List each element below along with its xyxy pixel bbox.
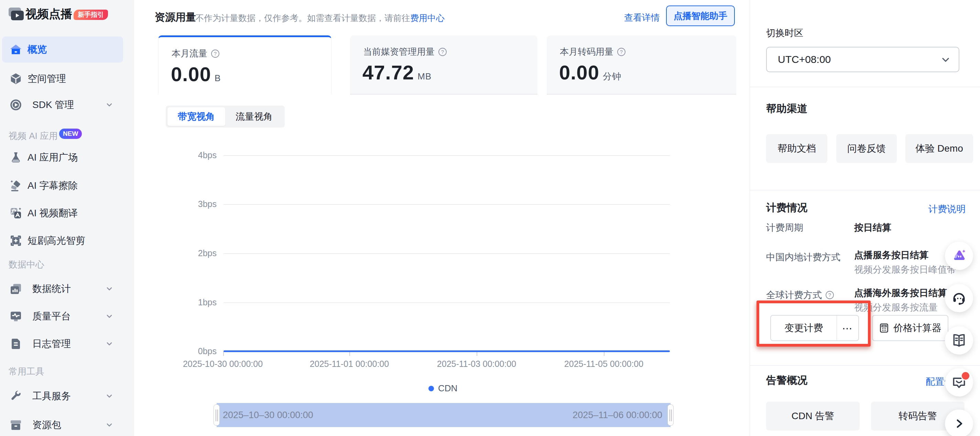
sidebar-item-label: 资源包 bbox=[32, 418, 61, 431]
home-icon bbox=[10, 43, 22, 56]
card-unit: B bbox=[215, 73, 221, 83]
panel-divider bbox=[749, 0, 750, 436]
usage-card-traffic[interactable]: 本月流量 ? 0.00B bbox=[158, 35, 331, 95]
billing-center-link[interactable]: 费用中心 bbox=[410, 13, 445, 23]
sidebar-item-label: 空间管理 bbox=[27, 72, 66, 85]
card-label: 当前媒资管理用量 bbox=[363, 46, 434, 58]
chevron-down-icon bbox=[105, 285, 113, 293]
sidebar-item-label: AI 字幕擦除 bbox=[27, 179, 78, 192]
range-end-label: 2025–11–06 00:00:00 bbox=[573, 410, 662, 420]
feedback-message-float-button[interactable] bbox=[945, 368, 973, 396]
card-value: 0.00 bbox=[559, 61, 599, 84]
gridline bbox=[224, 302, 670, 303]
help-icon[interactable]: ? bbox=[825, 291, 834, 299]
vod-assistant-button[interactable]: 点播智能助手 bbox=[666, 5, 735, 26]
billing-row-label: 计费周期 bbox=[766, 221, 803, 234]
tab-traffic-view[interactable]: 流量视角 bbox=[225, 107, 283, 126]
survey-feedback-button[interactable]: 问卷反馈 bbox=[836, 134, 897, 163]
date-range-slider[interactable]: 2025–10–30 00:00:00 2025–11–06 00:00:00 bbox=[216, 403, 671, 427]
more-options-button[interactable]: ⋯ bbox=[837, 316, 858, 341]
customer-service-float-button[interactable] bbox=[945, 284, 973, 312]
sidebar-item-resource-pack[interactable]: 资源包 bbox=[0, 412, 134, 436]
help-icon[interactable]: ? bbox=[211, 49, 220, 58]
legend-label: CDN bbox=[438, 383, 457, 394]
sidebar-item-label: 日志管理 bbox=[32, 337, 71, 350]
slider-handle-left[interactable] bbox=[213, 404, 220, 426]
note-text: 不作为计量数据，仅作参考。如需查看计量数据，请前往 bbox=[195, 13, 410, 23]
billing-row-value: 点播海外服务按日结算 bbox=[854, 287, 947, 299]
help-icon[interactable]: ? bbox=[617, 48, 626, 56]
sidebar-item-data-stats[interactable]: 数据统计 bbox=[0, 276, 134, 302]
translate-icon bbox=[10, 207, 22, 220]
legend-dot-icon bbox=[428, 386, 434, 391]
timezone-label: 切换时区 bbox=[766, 27, 803, 39]
sidebar-item-overview[interactable]: 概览 bbox=[0, 37, 134, 62]
open-book-icon bbox=[951, 333, 967, 348]
chevron-down-icon bbox=[105, 421, 113, 429]
chevron-right-icon bbox=[953, 418, 965, 430]
range-start-label: 2025–10–30 00:00:00 bbox=[223, 410, 313, 420]
sidebar-item-space[interactable]: 空间管理 bbox=[0, 66, 134, 92]
svg-text:?: ? bbox=[441, 49, 444, 55]
unread-badge bbox=[961, 371, 970, 380]
chevron-down-icon bbox=[941, 55, 950, 65]
sidebar-item-quality[interactable]: 质量平台 bbox=[0, 303, 134, 329]
flask-icon bbox=[10, 151, 22, 164]
slider-handle-right[interactable] bbox=[667, 404, 674, 426]
billing-doc-link[interactable]: 计费说明 bbox=[928, 203, 966, 215]
sidebar-item-sdk[interactable]: SDK 管理 bbox=[0, 92, 134, 118]
y-axis-tick: 3bps bbox=[175, 199, 216, 209]
view-details-link[interactable]: 查看详情 bbox=[624, 12, 660, 24]
sidebar-item-ai-translate[interactable]: AI 视频翻译 bbox=[0, 200, 134, 226]
sidebar-item-label: 概览 bbox=[27, 43, 47, 56]
sidebar-item-drama-clip[interactable]: 短剧高光智剪 bbox=[0, 228, 134, 254]
x-axis-tick: 2025-10-30 00:00:00 bbox=[171, 359, 274, 369]
sidebar-item-tools[interactable]: 工具服务 bbox=[0, 383, 134, 409]
chevron-down-icon bbox=[105, 101, 113, 109]
help-icon[interactable]: ? bbox=[438, 48, 447, 56]
y-axis-tick: 0bps bbox=[175, 346, 216, 356]
demo-button[interactable]: 体验 Demo bbox=[905, 134, 973, 163]
section-divider bbox=[750, 365, 980, 366]
billing-row-label-text: 全球计费方式 bbox=[766, 289, 822, 301]
billing-row-value: 点播服务按日结算 bbox=[854, 249, 928, 261]
billing-row-value: 按日结算 bbox=[854, 221, 891, 234]
headset-icon bbox=[951, 291, 967, 306]
sidebar-item-label: 数据统计 bbox=[32, 282, 71, 295]
gridline bbox=[224, 253, 670, 254]
collapse-panel-float-button[interactable] bbox=[945, 409, 973, 436]
chart-legend[interactable]: CDN bbox=[428, 383, 457, 394]
svg-text:?: ? bbox=[828, 292, 831, 298]
change-billing-button[interactable]: 变更计费 bbox=[771, 316, 837, 341]
sidebar-item-label: 质量平台 bbox=[32, 310, 71, 323]
card-label: 本月流量 bbox=[172, 48, 207, 59]
help-docs-button[interactable]: 帮助文档 bbox=[766, 134, 827, 163]
price-calculator-label: 价格计算器 bbox=[893, 321, 942, 334]
sidebar-section-common-tools: 常用工具 bbox=[9, 366, 45, 377]
sidebar-item-logs[interactable]: 日志管理 bbox=[0, 331, 134, 357]
sidebar-item-ai-plaza[interactable]: AI 应用广场 bbox=[0, 145, 134, 170]
sidebar-item-ai-subtitle[interactable]: AI 字幕擦除 bbox=[0, 173, 134, 199]
billing-row-subvalue: 视频分发服务按日峰值带 bbox=[854, 263, 956, 276]
svg-text:?: ? bbox=[620, 49, 623, 55]
billing-row-subvalue: 视频分发服务按流量 bbox=[854, 301, 938, 313]
billing-row-label: 全球计费方式 ? bbox=[766, 289, 834, 301]
monitor-pulse-icon bbox=[10, 310, 22, 323]
price-calculator-button[interactable]: 价格计算器 bbox=[872, 315, 948, 341]
cdn-alert-button[interactable]: CDN 告警 bbox=[766, 402, 860, 431]
x-axis-tickmark bbox=[477, 352, 477, 356]
box-icon bbox=[10, 419, 22, 431]
timezone-select[interactable]: UTC+08:00 bbox=[766, 47, 959, 72]
usage-card-media-storage[interactable]: 当前媒资管理用量 ? 47.72MB bbox=[350, 35, 538, 95]
beginner-guide-badge[interactable]: 新手指引 bbox=[73, 10, 108, 20]
ai-assistant-float-button[interactable] bbox=[945, 242, 973, 270]
sidebar-item-label: SDK 管理 bbox=[32, 98, 74, 111]
usage-card-transcode[interactable]: 本月转码用量 ? 0.00分钟 bbox=[547, 35, 736, 95]
billing-row-label: 中国内地计费方式 bbox=[766, 251, 840, 263]
timezone-value: UTC+08:00 bbox=[778, 54, 831, 65]
section-divider bbox=[750, 87, 980, 88]
billing-status-title: 计费情况 bbox=[766, 201, 807, 215]
tab-bandwidth-view[interactable]: 带宽视角 bbox=[167, 107, 225, 126]
page-note: 不作为计量数据，仅作参考。如需查看计量数据，请前往费用中心 bbox=[195, 13, 445, 24]
documentation-float-button[interactable] bbox=[945, 326, 973, 355]
